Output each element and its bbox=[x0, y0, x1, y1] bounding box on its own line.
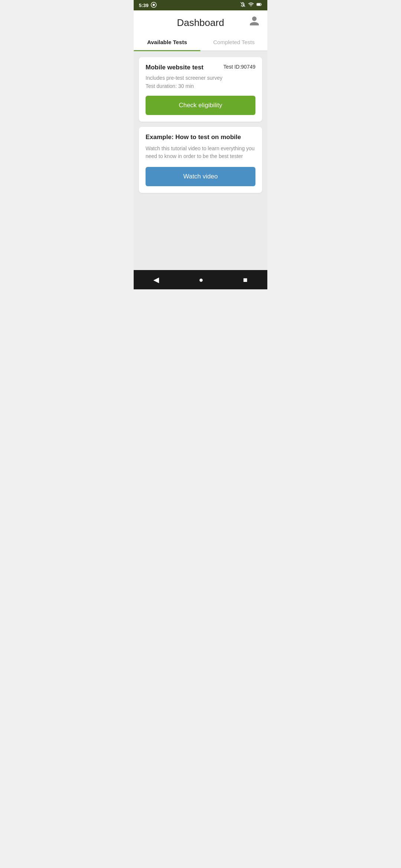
card-subtitle-1: Includes pre-test screener survey bbox=[146, 75, 255, 81]
card-duration-1: Test duration: 30 min bbox=[146, 83, 255, 89]
card-header-2: Example: How to test on mobile bbox=[146, 134, 255, 141]
status-time: 5:39 bbox=[139, 3, 149, 8]
page-title: Dashboard bbox=[177, 17, 224, 29]
app-icon bbox=[151, 2, 157, 9]
card-description-2: Watch this tutorial video to learn every… bbox=[146, 145, 255, 160]
notification-muted-icon bbox=[240, 1, 246, 9]
check-eligibility-button[interactable]: Check eligibility bbox=[146, 96, 255, 115]
status-bar-left: 5:39 bbox=[139, 2, 157, 9]
home-button[interactable]: ● bbox=[199, 276, 203, 284]
card-header-1: Mobile website test Test ID:90749 bbox=[146, 64, 255, 71]
card-title-2: Example: How to test on mobile bbox=[146, 134, 241, 141]
card-mobile-website-test: Mobile website test Test ID:90749 Includ… bbox=[139, 57, 262, 122]
user-avatar[interactable] bbox=[249, 15, 260, 29]
wifi-icon bbox=[248, 1, 254, 9]
watch-video-button[interactable]: Watch video bbox=[146, 167, 255, 186]
card-example-tutorial: Example: How to test on mobile Watch thi… bbox=[139, 127, 262, 193]
card-test-id-1: Test ID:90749 bbox=[224, 64, 255, 70]
svg-point-1 bbox=[153, 4, 155, 6]
tabs-container: Available Tests Completed Tests bbox=[134, 34, 267, 51]
svg-rect-4 bbox=[261, 4, 261, 5]
status-bar: 5:39 bbox=[134, 0, 267, 10]
bottom-nav: ◀ ● ■ bbox=[134, 270, 267, 289]
recent-apps-button[interactable]: ■ bbox=[243, 276, 247, 284]
header: Dashboard bbox=[134, 10, 267, 34]
back-button[interactable]: ◀ bbox=[153, 275, 159, 284]
svg-rect-5 bbox=[257, 3, 260, 5]
tab-completed-tests[interactable]: Completed Tests bbox=[200, 34, 267, 50]
content-area: Mobile website test Test ID:90749 Includ… bbox=[134, 51, 267, 270]
card-title-1: Mobile website test bbox=[146, 64, 203, 71]
battery-icon bbox=[256, 1, 262, 9]
status-bar-right bbox=[240, 1, 262, 9]
tab-available-tests[interactable]: Available Tests bbox=[134, 34, 200, 50]
